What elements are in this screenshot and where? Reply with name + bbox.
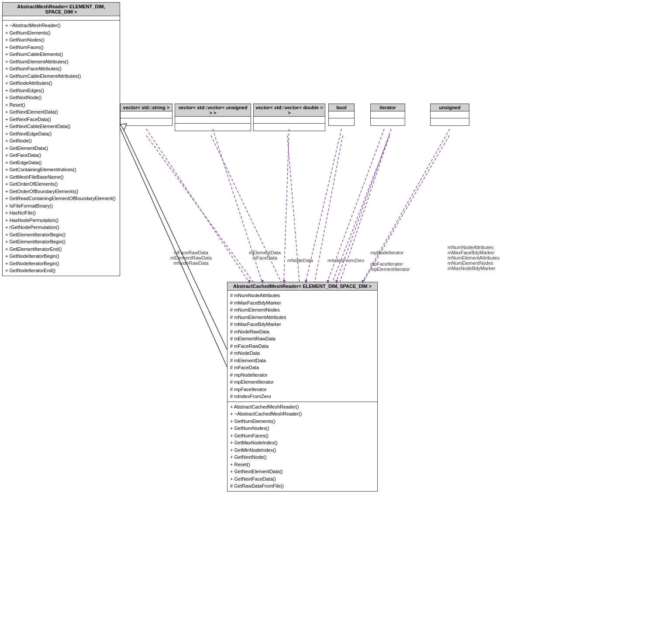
unsigned-box: unsigned: [430, 104, 469, 126]
iterator-box: iterator: [370, 104, 405, 126]
svg-line-4: [287, 135, 301, 306]
abstract-cached-mesh-reader-title: AbstractCachedMeshReader< ELEMENT_DIM, S…: [227, 282, 377, 291]
attr-mfacerawdata: # mFaceRawData: [230, 343, 375, 350]
method-getedgedata: + GetEdgeData(): [5, 159, 117, 166]
unsigned-title: unsigned: [431, 104, 469, 111]
cached-method-constructor: + AbstractCachedMeshReader(): [230, 403, 375, 411]
method-getnode: + GetNode(): [5, 137, 117, 145]
method-getelementiteratorbegin2: + GetElementIteratorBegin(): [5, 238, 117, 246]
method-getnodeiteratorbegin2: + GetNodeIteratorBegin(): [5, 260, 117, 267]
bool-title: bool: [329, 104, 354, 111]
svg-line-2: [146, 135, 271, 306]
method-getnumelements: + GetNumElements(): [5, 29, 117, 37]
svg-line-8: [349, 135, 449, 306]
cached-method-getnumnodes: + GetNumNodes(): [230, 425, 375, 432]
attr-mpelementiterator: # mpElementIterator: [230, 378, 375, 386]
abstract-mesh-reader-methods: + ~AbstractMeshReader() + GetNumElements…: [3, 21, 120, 276]
method-getorderofelements: + GetOrderOfElements(): [5, 180, 117, 188]
cached-method-getrawdatafromfile: # GetRawDataFromFile(): [230, 482, 375, 490]
abstract-mesh-reader-attributes: [3, 16, 120, 21]
abstract-cached-mesh-reader-attributes: # mNumNodeAttributes # mMaxFaceBdyMarker…: [227, 291, 377, 402]
method-getnumnodes: + GetNumNodes(): [5, 36, 117, 44]
attr-mpfaceiterator: # mpFaceIterator: [230, 386, 375, 393]
svg-line-7: [332, 135, 389, 306]
method-destructor: + ~AbstractMeshReader(): [5, 22, 117, 29]
method-hasnclfile: + HasNclFile(): [5, 209, 117, 217]
method-getelementiteratorend: + GetElementIteratorEnd(): [5, 246, 117, 253]
method-getnumcableelementattributes: + GetNumCableElementAttributes(): [5, 73, 117, 80]
method-getnodeiteratorend: + GetNodeIteratorEnd(): [5, 267, 117, 274]
svg-line-6: [323, 135, 389, 306]
cached-method-getnumelements: + GetNumElements(): [230, 418, 375, 425]
method-getcontainingelementindices: + GetContainingElementIndices(): [5, 166, 117, 173]
attr-mnumnodeattributes: # mNumNodeAttributes: [230, 292, 375, 299]
method-getelementdata: + GetElementData(): [5, 145, 117, 152]
method-reset: + Reset(): [5, 101, 117, 109]
attr-mpnodeiterator: # mpNodeIterator: [230, 371, 375, 379]
method-rgetnodepermutation: + rGetNodePermutation(): [5, 224, 117, 231]
diagram-container: AbstractMeshReader< ELEMENT_DIM, SPACE_D…: [0, 0, 672, 627]
abstract-mesh-reader-box: AbstractMeshReader< ELEMENT_DIM, SPACE_D…: [2, 2, 120, 276]
attr-mnodedata: # mNodeData: [230, 350, 375, 357]
iterator-title: iterator: [371, 104, 405, 111]
vector-vector-unsigned-title: vector< std::vector< unsigned > >: [175, 104, 251, 117]
cached-method-getmaxnodeindex: + GetMaxNodeIndex(): [230, 439, 375, 447]
attr-mindexfromzero: # mIndexFromZero: [230, 393, 375, 400]
cached-method-getnextnode: + GetNextNode(): [230, 454, 375, 461]
svg-line-3: [211, 135, 293, 306]
abstract-cached-mesh-reader-box: AbstractCachedMeshReader< ELEMENT_DIM, S…: [227, 282, 378, 492]
label-nodedata: mNodeData: [287, 258, 313, 263]
method-isfileformatbinary: + IsFileFormatBinary(): [5, 202, 117, 210]
method-getelementiteratorbegin1: + GetElementIteratorBegin(): [5, 231, 117, 239]
label-facerawdata: mFaceRawDatamElementRawDatamNodeRawData: [170, 250, 212, 266]
vector-string-box: vector< std::string >: [120, 104, 172, 126]
abstract-cached-mesh-reader-methods: + AbstractCachedMeshReader() + ~Abstract…: [227, 402, 377, 491]
method-getnodeiteratorbegin1: + GetNodeIteratorBegin(): [5, 253, 117, 260]
attr-melementdata: # mElementData: [230, 357, 375, 364]
method-getreadcontaining: + GetReadContainingElementOfBoundaryElem…: [5, 195, 117, 202]
attr-melementrawdata: # mElementRawData: [230, 335, 375, 343]
label-indexfromzero: mIndexFromZero: [327, 258, 364, 263]
label-mpfaceiterator: mpFaceIteratormpElementIterator: [370, 256, 410, 272]
attr-mnumelementattributes: # mNumElementAttributes: [230, 314, 375, 321]
cached-method-getnextfacedata: + GetNextFaceData(): [230, 475, 375, 483]
method-getnumelementattributes: + GetNumElementAttributes(): [5, 58, 117, 66]
method-hasnodepermutation: + HasNodePermutation(): [5, 217, 117, 224]
method-getnextfacedata: + GetNextFaceData(): [5, 116, 117, 123]
method-getnextelementdata: + GetNextElementData(): [5, 108, 117, 116]
label-right-attrs: mNumNodeAttributes mMaxFaceBdyMarker mNu…: [448, 245, 500, 271]
label-elementdata: mElementDatamFaceData: [249, 250, 281, 260]
method-getnumcableelements: + GetNumCableElements(): [5, 51, 117, 58]
svg-line-5: [310, 135, 343, 306]
method-getnumedges: + GetNumEdges(): [5, 87, 117, 94]
cached-method-getnumfaces: + GetNumFaces(): [230, 432, 375, 440]
bool-box: bool: [328, 104, 355, 126]
method-getnextedgedata: + GetNextEdgeData(): [5, 130, 117, 138]
method-getnextnode: + GetNextNode(): [5, 94, 117, 101]
attr-mmaxfacebdymarker: # mMaxFaceBdyMarker: [230, 299, 375, 307]
attr-mfacedata: # mFaceData: [230, 364, 375, 371]
method-getnodeattributes: + GetNodeAttributes(): [5, 80, 117, 87]
vector-vector-double-title: vector< std::vector< double > >: [254, 104, 325, 117]
method-getnextcableelementdata: + GetNextCableElementData(): [5, 123, 117, 130]
label-mpnodeiterator: mpNodeIterator: [370, 250, 403, 255]
method-getmeshfilebasename: + GetMeshFileBaseName(): [5, 173, 117, 181]
vector-vector-double-box: vector< std::vector< double > >: [253, 104, 325, 131]
vector-vector-unsigned-box: vector< std::vector< unsigned > >: [175, 104, 251, 131]
cached-method-reset: + Reset(): [230, 461, 375, 468]
method-getorderofboundaryelements: + GetOrderOfBoundaryElements(): [5, 188, 117, 195]
method-getnumfaceattributes: + GetNumFaceAttributes(): [5, 65, 117, 73]
cached-method-getnextelementdata: + GetNextElementData(): [230, 468, 375, 475]
attr-mmaxfacebdymarker2: # mMaxFaceBdyMarker: [230, 321, 375, 328]
method-getfacedata: + GetFaceData(): [5, 152, 117, 159]
vector-string-title: vector< std::string >: [121, 104, 172, 111]
method-getnumfaces: + GetNumFaces(): [5, 44, 117, 51]
cached-method-getminnodeindex: + GetMinNodeIndex(): [230, 447, 375, 454]
svg-line-0: [117, 122, 227, 367]
cached-method-destructor: + ~AbstractCachedMeshReader(): [230, 410, 375, 418]
attr-mnumnelementnodes: # mNumElementNodes: [230, 306, 375, 314]
abstract-mesh-reader-title: AbstractMeshReader< ELEMENT_DIM, SPACE_D…: [3, 3, 120, 16]
attr-mnoderawdata: # mNodeRawData: [230, 328, 375, 336]
